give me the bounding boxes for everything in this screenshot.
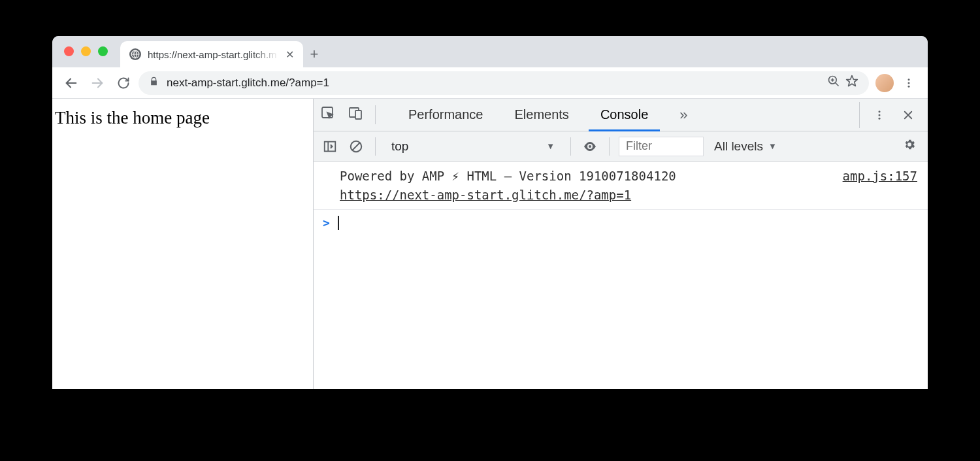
console-log-entry: Powered by AMP ⚡ HTML – Version 19100718…	[314, 162, 928, 210]
browser-tab[interactable]: https://next-amp-start.glitch.m ✕	[120, 41, 303, 67]
context-selector[interactable]: top ▼	[385, 139, 561, 154]
url-text: next-amp-start.glitch.me/?amp=1	[167, 77, 329, 90]
close-window-icon[interactable]	[64, 46, 74, 56]
devtools-panel: Performance Elements Console »	[314, 99, 928, 389]
prompt-chevron-icon: >	[323, 214, 330, 231]
devtools-menu-icon[interactable]	[866, 102, 892, 128]
maximize-window-icon[interactable]	[98, 46, 108, 56]
devtools-close-icon[interactable]	[895, 102, 921, 128]
reload-button[interactable]	[112, 72, 135, 94]
profile-avatar[interactable]	[875, 74, 894, 92]
svg-rect-19	[325, 141, 336, 151]
page-body-text: This is the home page	[55, 108, 210, 128]
log-source-link[interactable]: amp.js:157	[843, 167, 917, 204]
svg-point-16	[879, 117, 881, 119]
browser-window: https://next-amp-start.glitch.m ✕ + next…	[52, 36, 928, 389]
device-toolbar-icon[interactable]	[348, 105, 363, 124]
log-levels-selector[interactable]: All levels ▼	[714, 139, 777, 154]
chevron-down-icon: ▼	[546, 141, 555, 151]
new-tab-button[interactable]: +	[303, 41, 325, 67]
context-label: top	[391, 139, 408, 154]
svg-point-15	[879, 114, 881, 116]
svg-point-23	[589, 145, 591, 148]
svg-line-22	[353, 143, 360, 150]
live-expression-icon[interactable]	[580, 137, 600, 156]
svg-marker-7	[847, 76, 858, 86]
tab-elements[interactable]: Elements	[499, 99, 585, 131]
bookmark-icon[interactable]	[845, 75, 858, 91]
tab-console[interactable]: Console	[585, 99, 664, 131]
svg-point-14	[879, 111, 881, 112]
devtools-tabbar: Performance Elements Console »	[314, 99, 928, 131]
chevron-down-icon: ▼	[768, 141, 777, 151]
console-settings-icon[interactable]	[898, 138, 921, 154]
address-bar[interactable]: next-amp-start.glitch.me/?amp=1	[139, 71, 869, 95]
toolbar: next-amp-start.glitch.me/?amp=1	[52, 67, 928, 99]
tabs-overflow-icon[interactable]: »	[670, 99, 696, 131]
text-cursor	[338, 216, 339, 230]
content-split: This is the home page Performance Elemen…	[52, 99, 928, 389]
console-output: Powered by AMP ⚡ HTML – Version 19100718…	[314, 162, 928, 389]
console-toolbar: top ▼ All levels ▼	[314, 131, 928, 162]
lock-icon	[149, 77, 159, 90]
levels-label: All levels	[714, 139, 763, 154]
window-controls	[64, 46, 108, 56]
console-sidebar-toggle-icon[interactable]	[320, 137, 340, 156]
tab-performance[interactable]: Performance	[393, 99, 499, 131]
tab-title: https://next-amp-start.glitch.m	[148, 49, 279, 60]
svg-point-8	[908, 78, 910, 80]
back-button[interactable]	[60, 72, 82, 94]
tab-strip: https://next-amp-start.glitch.m ✕ +	[52, 36, 928, 67]
globe-icon	[129, 48, 141, 60]
close-tab-icon[interactable]: ✕	[286, 48, 294, 61]
inspect-element-icon[interactable]	[320, 105, 336, 124]
log-message: Powered by AMP ⚡ HTML – Version 19100718…	[340, 169, 676, 183]
svg-line-4	[836, 83, 839, 86]
forward-button[interactable]	[86, 72, 108, 94]
console-prompt[interactable]: >	[314, 210, 928, 235]
svg-point-10	[908, 85, 910, 87]
log-url-link[interactable]: https://next-amp-start.glitch.me/?amp=1	[340, 188, 631, 202]
svg-point-9	[908, 82, 910, 84]
svg-rect-13	[355, 111, 361, 119]
clear-console-icon[interactable]	[346, 137, 366, 156]
browser-menu-button[interactable]	[898, 72, 920, 94]
minimize-window-icon[interactable]	[81, 46, 91, 56]
page-viewport: This is the home page	[52, 99, 314, 389]
filter-input[interactable]	[619, 137, 704, 156]
zoom-icon[interactable]	[827, 75, 840, 91]
